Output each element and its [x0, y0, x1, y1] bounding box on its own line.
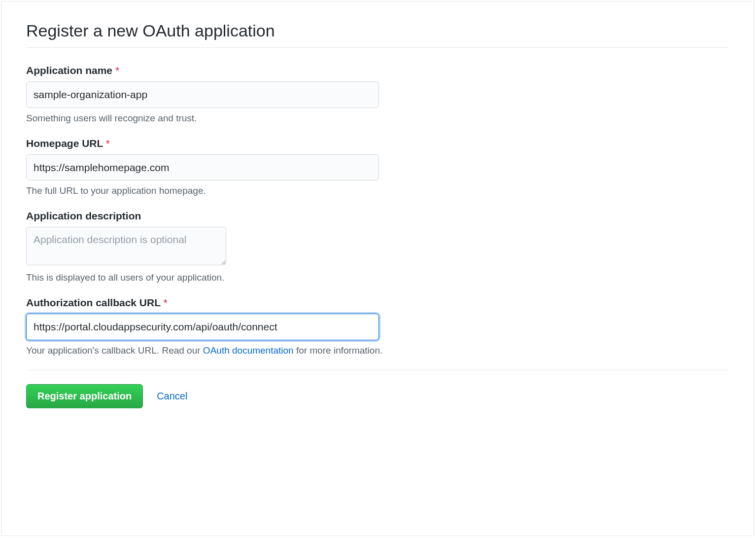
homepage-url-input[interactable] [26, 154, 379, 181]
button-row: Register application Cancel [26, 370, 729, 408]
callback-url-label: Authorization callback URL * [26, 297, 729, 309]
required-asterisk: * [164, 297, 168, 308]
application-name-hint: Something users will recognize and trust… [26, 113, 729, 124]
required-asterisk: * [106, 138, 110, 149]
page-title: Register a new OAuth application [26, 21, 729, 48]
homepage-url-group: Homepage URL * The full URL to your appl… [26, 138, 729, 197]
application-description-group: Application description This is displaye… [26, 210, 729, 283]
oauth-registration-form: Register a new OAuth application Applica… [1, 1, 754, 536]
register-application-button[interactable]: Register application [26, 384, 143, 408]
application-description-hint: This is displayed to all users of your a… [26, 272, 729, 283]
oauth-documentation-link[interactable]: OAuth documentation [203, 345, 294, 356]
cancel-button[interactable]: Cancel [157, 391, 187, 402]
application-description-textarea[interactable] [26, 227, 226, 265]
callback-url-hint: Your application's callback URL. Read ou… [26, 345, 729, 356]
homepage-url-hint: The full URL to your application homepag… [26, 185, 729, 196]
application-name-group: Application name * Something users will … [26, 65, 729, 124]
homepage-url-label: Homepage URL * [26, 138, 729, 149]
application-name-input[interactable] [26, 81, 379, 108]
callback-url-input[interactable] [26, 314, 379, 340]
required-asterisk: * [115, 65, 119, 76]
application-description-label: Application description [26, 210, 729, 222]
callback-url-group: Authorization callback URL * Your applic… [26, 297, 729, 356]
application-name-label: Application name * [26, 65, 729, 76]
